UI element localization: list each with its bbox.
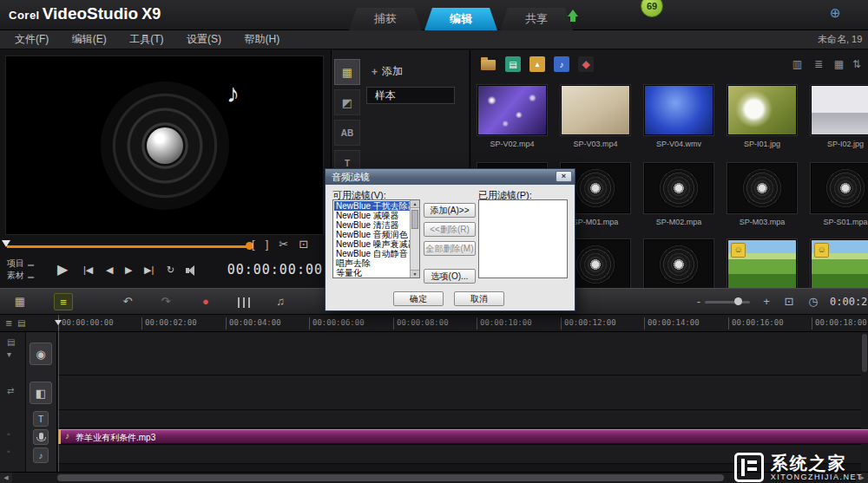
notification-badge[interactable]: 69 <box>641 0 663 17</box>
tab-share[interactable]: 共享 <box>500 8 573 30</box>
library-item[interactable]: SP-V04.wmv <box>639 85 719 148</box>
close-icon[interactable]: × <box>556 171 572 182</box>
add-filter-button[interactable]: 添加(A)>> <box>424 203 476 218</box>
tab-edit[interactable]: 编辑 <box>424 8 497 30</box>
nav-instant-project-icon[interactable]: ◩ <box>334 89 360 115</box>
tab-capture[interactable]: 捕获 <box>349 8 422 30</box>
scrollbar-thumb[interactable] <box>57 474 724 481</box>
seek-bar[interactable] <box>2 239 253 253</box>
redo-icon[interactable]: ↷ <box>156 293 175 310</box>
menu-edit[interactable]: 编辑(E) <box>62 30 116 49</box>
undo-icon[interactable]: ↶ <box>118 293 137 310</box>
library-item[interactable]: SP-M02.mpa <box>639 163 719 226</box>
upgrade-arrow-icon[interactable] <box>567 10 579 23</box>
library-item[interactable]: SP-M03.mpa <box>722 163 802 226</box>
nav-media-icon[interactable]: ▦ <box>334 59 360 85</box>
timeline-view-icon[interactable]: ≡ <box>54 293 73 310</box>
title-track-icon[interactable]: T <box>33 411 49 427</box>
applied-filters-list[interactable] <box>478 199 568 278</box>
remove-all-button[interactable]: 全部删除(M) <box>424 241 476 256</box>
add-button[interactable]: + 添加 <box>372 64 403 79</box>
ok-button[interactable]: 确定 <box>393 291 444 306</box>
remove-filter-button[interactable]: <<删除(R) <box>424 222 476 237</box>
track-manager-icon[interactable]: ≣ <box>5 318 12 328</box>
volume-icon[interactable] <box>186 265 198 276</box>
next-frame-button[interactable]: ▶ <box>125 264 132 276</box>
sort-icon[interactable]: ⇅ <box>852 58 861 70</box>
mode-clip[interactable]: 素材 ▬ <box>7 270 34 282</box>
cancel-button[interactable]: 取消 <box>454 291 504 306</box>
mark-out-button[interactable]: ] <box>266 238 269 251</box>
auto-music-icon[interactable]: ♫ <box>271 293 290 310</box>
scroll-up-icon[interactable]: ▲ <box>411 200 419 208</box>
repeat-button[interactable]: ↻ <box>167 264 174 276</box>
voice-track-icon[interactable] <box>33 429 49 445</box>
seek-track[interactable] <box>7 245 247 248</box>
playhead[interactable] <box>58 315 59 472</box>
timeline-ruler[interactable]: ≣ ▤ 00:00:00:00 00:00:02:00 00:00:04:00 … <box>0 315 868 332</box>
overlay-track-row[interactable] <box>57 375 868 410</box>
library-item[interactable] <box>806 239 868 288</box>
all-tracks-icon[interactable]: ▤ <box>7 337 15 347</box>
fit-timeline-icon[interactable]: ⊡ <box>779 293 799 310</box>
track-dot-icon[interactable]: ◦ <box>7 429 10 439</box>
video-track-icon[interactable]: ◉ <box>30 343 52 365</box>
track-dot-icon[interactable]: ◦ <box>7 447 10 456</box>
library-item[interactable]: SP-V02.mp4 <box>472 85 552 148</box>
overlay-track-icon[interactable]: ◧ <box>30 382 52 404</box>
split-clip-icon[interactable]: ✂ <box>279 238 288 251</box>
filter-option[interactable]: 等量化 <box>334 268 410 277</box>
scrollbar-thumb[interactable] <box>862 334 867 372</box>
view-list-icon[interactable]: ≣ <box>814 58 823 70</box>
view-grid-icon[interactable]: ▦ <box>834 58 844 70</box>
go-start-button[interactable]: |◀ <box>83 264 93 276</box>
swap-tracks-icon[interactable]: ⇄ <box>7 386 14 395</box>
list-scrollbar[interactable]: ▲ ▼ <box>410 200 419 277</box>
library-item[interactable] <box>722 239 802 288</box>
filter-option[interactable]: NewBlue 音频润色 <box>334 230 410 239</box>
audio-clip[interactable]: ♪ 养羊业有利条件.mp3 <box>58 429 868 444</box>
menu-file[interactable]: 文件(F) <box>5 30 58 49</box>
zoom-in-icon[interactable]: + <box>757 293 776 310</box>
view-thumbnail-icon[interactable]: ▥ <box>792 58 802 70</box>
scroll-down-icon[interactable]: ▼ <box>411 270 419 277</box>
filter-videos-icon[interactable]: ▤ <box>505 56 521 72</box>
zoom-slider[interactable] <box>705 301 750 304</box>
go-end-button[interactable]: ▶| <box>144 264 154 276</box>
library-item[interactable]: SP-V03.mp4 <box>556 85 635 148</box>
sound-mixer-icon[interactable] <box>238 297 250 308</box>
storyboard-view-icon[interactable]: ▦ <box>10 293 30 310</box>
nav-transition-icon[interactable]: AB <box>334 120 360 146</box>
vertical-scrollbar[interactable] <box>861 332 868 472</box>
filter-option[interactable]: NewBlue 清洁器 <box>334 220 410 230</box>
filter-option[interactable]: NewBlue 减噪器 <box>334 211 410 220</box>
filter-option[interactable]: NewBlue 噪声衰减器 <box>334 239 410 249</box>
filter-option[interactable]: NewBlue 自动静音 <box>334 249 410 258</box>
available-filters-list[interactable]: NewBlue 干扰去除器 NewBlue 减噪器 NewBlue 清洁器 Ne… <box>332 199 420 278</box>
duration-clock-icon[interactable]: ◷ <box>804 293 823 310</box>
seek-thumb[interactable] <box>2 240 10 247</box>
library-item[interactable]: SP-I02.jpg <box>806 85 868 148</box>
library-item[interactable]: SP-S01.mpa <box>806 163 868 226</box>
globe-icon[interactable]: ⊕ <box>830 6 841 19</box>
gallery-selector[interactable]: 样本 <box>366 87 455 104</box>
library-item[interactable]: SP-I01.jpg <box>722 85 802 148</box>
music-track-icon[interactable]: ♪ <box>33 447 49 463</box>
enlarge-preview-icon[interactable]: ⊡ <box>299 238 308 251</box>
mark-in-button[interactable]: [ <box>252 238 255 251</box>
prev-frame-button[interactable]: ◀ <box>106 264 113 276</box>
filter-audio-icon[interactable]: ♪ <box>554 56 569 72</box>
zoom-slider-handle[interactable] <box>734 297 742 305</box>
title-track-row[interactable] <box>57 410 868 428</box>
menu-help[interactable]: 帮助(H) <box>234 30 289 49</box>
filter-option[interactable]: 唱声去除 <box>334 258 410 268</box>
dialog-titlebar[interactable]: 音频滤镜 × <box>326 169 575 185</box>
play-button[interactable]: ▶ <box>57 261 68 277</box>
record-capture-icon[interactable]: ● <box>196 293 215 310</box>
list-scroll-thumb[interactable] <box>411 210 418 229</box>
mode-project[interactable]: 项目 ▬ <box>7 258 34 270</box>
menu-settings[interactable]: 设置(S) <box>177 30 231 49</box>
filter-transitions-icon[interactable]: ◆ <box>578 56 594 72</box>
filter-option[interactable]: NewBlue 干扰去除器 <box>334 201 410 211</box>
video-display[interactable]: ♪ <box>5 55 324 235</box>
